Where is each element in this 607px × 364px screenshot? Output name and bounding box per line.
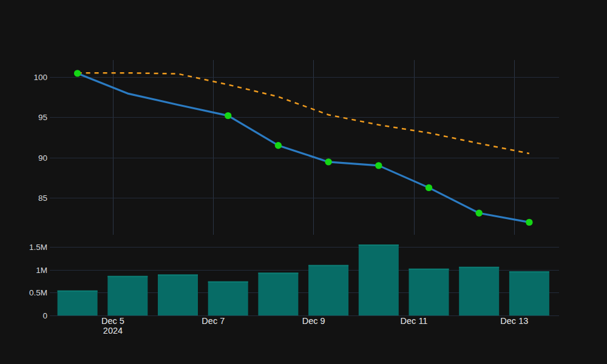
- volume-bar-top-edge: [409, 269, 449, 270]
- x-tick-label[interactable]: Dec 5: [101, 316, 124, 326]
- price-marker[interactable]: [325, 158, 331, 165]
- x-tick-label[interactable]: Dec 7: [202, 316, 225, 326]
- chart-root: 1009590851.5M1M0.5M0Dec 52024Dec 7Dec 9D…: [0, 0, 607, 364]
- volume-bar[interactable]: [308, 265, 348, 315]
- price-y-tick-label: 90: [38, 153, 47, 163]
- price-y-tick-label: 100: [33, 73, 47, 82]
- price-y-tick-label: 85: [38, 194, 47, 203]
- volume-bar[interactable]: [107, 276, 148, 315]
- price-marker[interactable]: [476, 210, 483, 217]
- volume-bar[interactable]: [258, 273, 298, 316]
- volume-bar[interactable]: [58, 291, 98, 315]
- price-marker[interactable]: [375, 162, 382, 169]
- x-tick-label[interactable]: Dec 13: [500, 316, 528, 326]
- x-tick-label[interactable]: Dec 11: [401, 316, 428, 326]
- volume-bar[interactable]: [359, 244, 399, 315]
- volume-bar-top-edge: [459, 267, 499, 268]
- volume-bar[interactable]: [459, 267, 499, 315]
- x-tick-year-sublabel: 2024: [103, 326, 123, 335]
- volume-bar-top-edge: [107, 276, 148, 277]
- volume-bar[interactable]: [158, 275, 198, 316]
- volume-bar-top-edge: [359, 244, 399, 246]
- volume-bar[interactable]: [509, 271, 549, 315]
- volume-y-tick-label: 0.5M: [29, 288, 47, 297]
- volume-y-tick-label: 1M: [36, 266, 47, 275]
- volume-bar-top-edge: [258, 273, 298, 274]
- volume-bar-top-edge: [308, 265, 348, 266]
- price-marker[interactable]: [275, 142, 282, 149]
- price-volume-chart[interactable]: 1009590851.5M1M0.5M0Dec 52024Dec 7Dec 9D…: [0, 0, 607, 364]
- price-marker[interactable]: [426, 184, 432, 191]
- price-marker[interactable]: [225, 112, 231, 119]
- x-tick-label[interactable]: Dec 9: [302, 316, 325, 326]
- volume-y-tick-label: 0: [42, 311, 47, 320]
- price-marker[interactable]: [74, 70, 81, 76]
- volume-bar[interactable]: [409, 269, 449, 315]
- volume-bar-top-edge: [158, 275, 198, 276]
- volume-bar-top-edge: [509, 271, 549, 272]
- volume-bar-top-edge: [208, 281, 248, 283]
- volume-bar[interactable]: [208, 281, 248, 315]
- volume-y-tick-label: 1.5M: [29, 243, 47, 252]
- price-marker[interactable]: [526, 219, 532, 226]
- price-y-tick-label: 95: [38, 113, 47, 122]
- volume-bar-top-edge: [58, 291, 98, 292]
